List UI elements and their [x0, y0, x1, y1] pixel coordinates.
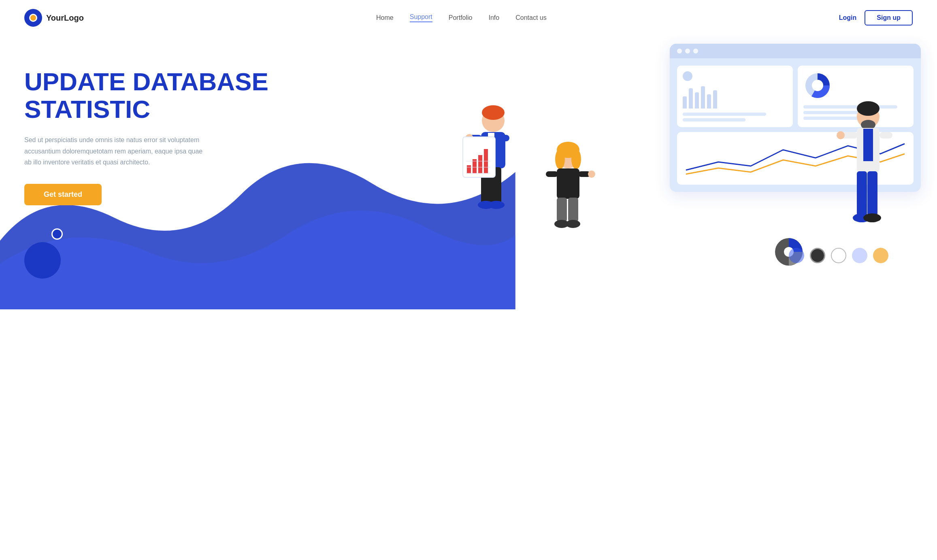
card-dot — [683, 71, 692, 81]
color-circle-white[interactable] — [831, 248, 846, 263]
logo-icon — [24, 9, 42, 27]
nav-info[interactable]: Info — [489, 14, 500, 21]
svg-rect-40 — [880, 132, 892, 138]
bar-1 — [683, 96, 687, 109]
bar-4 — [701, 86, 705, 109]
svg-rect-29 — [557, 198, 567, 222]
mini-pie-chart — [803, 71, 832, 100]
nav-contact[interactable]: Contact us — [515, 14, 546, 21]
svg-rect-16 — [478, 155, 482, 173]
hero-section: UPDATE DATABASE STATISTIC Sed ut perspic… — [0, 36, 937, 311]
window-dot-1 — [677, 49, 682, 53]
signup-button[interactable]: Sign up — [865, 10, 913, 26]
hero-illustration — [451, 44, 913, 279]
person2-illustration — [532, 137, 605, 250]
svg-rect-42 — [867, 171, 877, 216]
window-dot-3 — [693, 49, 698, 53]
bar-3 — [695, 92, 699, 109]
navbar: YourLogo Home Support Portfolio Info Con… — [0, 0, 937, 36]
svg-rect-6 — [496, 135, 509, 141]
color-picker-circles — [789, 248, 888, 263]
color-circle-lightblue[interactable] — [852, 248, 867, 263]
nav-support[interactable]: Support — [410, 13, 432, 22]
svg-point-39 — [837, 131, 845, 139]
color-circle-orange[interactable] — [873, 248, 888, 263]
dash-card-bar — [677, 66, 793, 127]
color-circle-blue[interactable] — [789, 248, 804, 263]
svg-point-12 — [488, 201, 505, 209]
svg-rect-26 — [546, 171, 558, 177]
bar-2 — [689, 88, 693, 109]
svg-rect-41 — [857, 171, 867, 216]
card-line — [683, 113, 766, 116]
card-line — [683, 118, 745, 121]
svg-point-28 — [588, 170, 595, 178]
logo-text: YourLogo — [46, 13, 84, 23]
get-started-button[interactable]: Get started — [24, 184, 102, 205]
hero-title-line2: STATISTIC — [24, 95, 150, 123]
card-lines-1 — [683, 113, 787, 121]
svg-point-44 — [863, 213, 881, 222]
hero-description: Sed ut perspiciatis unde omnis iste natu… — [24, 134, 211, 168]
svg-point-34 — [857, 101, 880, 116]
svg-point-24 — [571, 149, 581, 169]
nav-portfolio[interactable]: Portfolio — [449, 14, 473, 21]
svg-point-3 — [482, 105, 505, 120]
person1-illustration — [455, 100, 524, 246]
bar-5 — [707, 94, 711, 109]
svg-point-1 — [812, 80, 823, 91]
logo[interactable]: YourLogo — [24, 9, 84, 27]
logo-inner-circle — [29, 14, 37, 22]
nav-links: Home Support Portfolio Info Contact us — [376, 13, 547, 22]
svg-point-32 — [566, 220, 580, 228]
window-titlebar — [670, 44, 921, 58]
window-dot-2 — [685, 49, 690, 53]
svg-rect-37 — [863, 129, 873, 161]
nav-actions: Login Sign up — [839, 10, 913, 26]
bar-6 — [713, 90, 717, 109]
svg-point-23 — [555, 149, 565, 169]
hero-left: UPDATE DATABASE STATISTIC Sed ut perspic… — [24, 44, 451, 205]
login-button[interactable]: Login — [839, 14, 857, 21]
person3-illustration — [836, 96, 901, 250]
hero-title-line1: UPDATE DATABASE — [24, 68, 268, 96]
mini-bar-chart — [683, 84, 787, 109]
svg-rect-25 — [557, 168, 579, 199]
color-circle-dark[interactable] — [810, 248, 825, 263]
hero-title: UPDATE DATABASE STATISTIC — [24, 68, 451, 123]
svg-rect-30 — [568, 198, 578, 222]
svg-rect-14 — [467, 165, 471, 173]
nav-home[interactable]: Home — [376, 14, 394, 21]
